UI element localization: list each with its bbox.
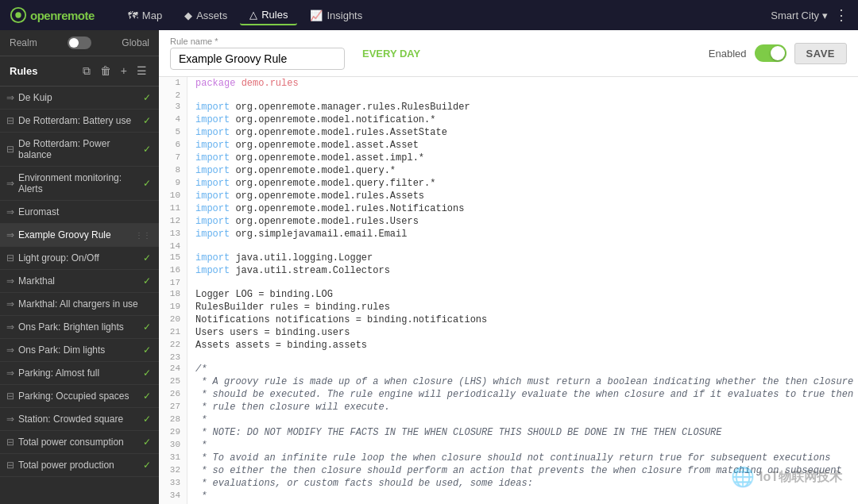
tab-map[interactable]: 🗺 Map bbox=[118, 6, 172, 25]
add-icon[interactable]: + bbox=[118, 63, 129, 79]
check-icon: ✓ bbox=[143, 92, 151, 103]
sidebar-item[interactable]: ⊟De Rotterdam: Power balance✓ bbox=[0, 133, 159, 167]
line-number: 29 bbox=[159, 426, 187, 439]
line-content[interactable]: * evaluations, or custom facts should be… bbox=[187, 477, 858, 490]
line-content[interactable]: import java.util.stream.Collectors bbox=[187, 264, 858, 277]
line-content[interactable]: Notifications notifications = binding.no… bbox=[187, 314, 858, 326]
copy-icon[interactable]: ⧉ bbox=[80, 63, 93, 79]
sidebar-item[interactable]: ⇒Environment monitoring: Alerts✓ bbox=[0, 167, 159, 201]
sidebar-item[interactable]: ⊟De Rotterdam: Battery use✓ bbox=[0, 110, 159, 133]
sidebar-item[interactable]: ⇒Ons Park: Dim lights✓ bbox=[0, 339, 159, 362]
sidebar-item-type-icon: ⇒ bbox=[6, 275, 14, 287]
nav-right: Smart City ▾ ⋮ bbox=[771, 6, 848, 24]
sidebar-item[interactable]: ⊟Total power production✓ bbox=[0, 454, 159, 477]
line-content[interactable]: Users users = binding.users bbox=[187, 326, 858, 339]
rule-name-input[interactable] bbox=[170, 48, 345, 70]
more-options-icon[interactable]: ⋮ bbox=[834, 6, 848, 24]
line-content[interactable]: import org.openremote.manager.rules.Rule… bbox=[187, 101, 858, 113]
check-icon: ✓ bbox=[143, 344, 151, 356]
realm-toggle[interactable] bbox=[68, 37, 91, 49]
code-line: 33 * evaluations, or custom facts should… bbox=[159, 477, 858, 490]
line-number: 20 bbox=[159, 314, 187, 326]
line-number: 17 bbox=[159, 277, 187, 288]
line-content[interactable]: import org.openremote.model.asset.Asset bbox=[187, 139, 858, 152]
line-content[interactable]: Logger LOG = binding.LOG bbox=[187, 288, 858, 301]
line-content[interactable] bbox=[187, 240, 858, 252]
sidebar-item[interactable]: ⇒Station: Crowded square✓ bbox=[0, 408, 159, 431]
code-line: 31 * To avoid an infinite rule loop the … bbox=[159, 452, 858, 464]
workspace-selector[interactable]: Smart City ▾ bbox=[771, 10, 828, 21]
line-number: 23 bbox=[159, 352, 187, 363]
code-line: 12import org.openremote.model.rules.User… bbox=[159, 215, 858, 228]
sidebar-item[interactable]: ⇒Example Groovy Rule⋮⋮ bbox=[0, 224, 159, 247]
line-content[interactable]: * NOTE: DO NOT MODIFY THE FACTS IN THE W… bbox=[187, 426, 858, 439]
sidebar-item[interactable]: ⊟Light group: On/Off✓ bbox=[0, 247, 159, 270]
sidebar-item-type-icon: ⇒ bbox=[6, 178, 14, 189]
svg-point-1 bbox=[15, 12, 21, 17]
tab-insights[interactable]: 📈 Insights bbox=[300, 6, 372, 25]
code-line: 28 * bbox=[159, 414, 858, 426]
code-line: 16import java.util.stream.Collectors bbox=[159, 264, 858, 277]
save-button[interactable]: SAVE bbox=[794, 43, 847, 64]
tab-assets[interactable]: ◆ Assets bbox=[175, 6, 237, 25]
rule-schedule[interactable]: EVERY DAY bbox=[362, 48, 420, 60]
code-line: 8import org.openremote.model.query.* bbox=[159, 164, 858, 177]
line-content[interactable]: package demo.rules bbox=[187, 77, 858, 90]
line-content[interactable]: import java.util.logging.Logger bbox=[187, 252, 858, 264]
line-content[interactable]: import org.openremote.model.rules.Notifi… bbox=[187, 202, 858, 215]
line-content[interactable]: * should be executed. The rule engine wi… bbox=[187, 388, 858, 401]
code-line: 1package demo.rules bbox=[159, 77, 858, 90]
line-number: 27 bbox=[159, 401, 187, 414]
check-icon: ✓ bbox=[143, 115, 151, 126]
sidebar-item[interactable]: ⇒Ons Park: Brighten lights✓ bbox=[0, 316, 159, 339]
line-number: 5 bbox=[159, 126, 187, 139]
sidebar-item[interactable]: ⇒Markthal✓ bbox=[0, 270, 159, 293]
line-content[interactable]: * A groovy rule is made up of a when clo… bbox=[187, 375, 858, 388]
tab-rules[interactable]: △ Rules bbox=[240, 6, 297, 25]
sidebar-title: Rules bbox=[10, 65, 37, 77]
line-content[interactable]: import org.openremote.model.notification… bbox=[187, 113, 858, 126]
line-number: 6 bbox=[159, 139, 187, 152]
line-content[interactable]: RulesBuilder rules = binding.rules bbox=[187, 301, 858, 314]
rule-name-label: Rule name * bbox=[170, 37, 345, 46]
line-content[interactable]: Assets assets = binding.assets bbox=[187, 339, 858, 352]
code-editor[interactable]: 1package demo.rules23import org.openremo… bbox=[159, 77, 858, 504]
sidebar-item[interactable]: ⊟Total power consumption✓ bbox=[0, 431, 159, 454]
sidebar-item-type-icon: ⇒ bbox=[6, 206, 14, 217]
line-content[interactable]: * rule then closure will execute. bbox=[187, 401, 858, 414]
line-content[interactable]: import org.simplejavamail.email.Email bbox=[187, 228, 858, 240]
line-content[interactable]: * bbox=[187, 439, 858, 452]
line-content[interactable] bbox=[187, 352, 858, 363]
menu-icon[interactable]: ☰ bbox=[134, 63, 149, 79]
line-content[interactable]: import org.openremote.model.rules.Assets bbox=[187, 190, 858, 202]
line-content[interactable]: * bbox=[187, 414, 858, 426]
delete-icon[interactable]: 🗑 bbox=[98, 63, 114, 79]
line-content[interactable]: import org.openremote.model.rules.AssetS… bbox=[187, 126, 858, 139]
line-content[interactable]: import org.openremote.model.query.filter… bbox=[187, 177, 858, 190]
sidebar-item[interactable]: ⊟Parking: Occupied spaces✓ bbox=[0, 385, 159, 408]
line-content[interactable]: import org.openremote.model.asset.impl.* bbox=[187, 152, 858, 164]
sidebar-item[interactable]: ⇒De Kuip✓ bbox=[0, 87, 159, 110]
line-content[interactable]: * bbox=[187, 490, 858, 502]
sidebar-item[interactable]: ⇒Euromast bbox=[0, 201, 159, 224]
line-number: 18 bbox=[159, 288, 187, 301]
line-number: 4 bbox=[159, 113, 187, 126]
line-number: 13 bbox=[159, 228, 187, 240]
line-number: 12 bbox=[159, 215, 187, 228]
line-content[interactable]: import org.openremote.model.rules.Users bbox=[187, 215, 858, 228]
sidebar-item-label: Markthal bbox=[18, 275, 55, 287]
line-content[interactable] bbox=[187, 277, 858, 288]
line-content[interactable]: * To avoid an infinite rule loop the whe… bbox=[187, 452, 858, 464]
sidebar-item[interactable]: ⇒Parking: Almost full✓ bbox=[0, 362, 159, 385]
drag-handle-icon: ⋮⋮ bbox=[135, 231, 151, 240]
code-line: 20Notifications notifications = binding.… bbox=[159, 314, 858, 326]
line-content[interactable]: /* bbox=[187, 363, 858, 375]
check-icon: ✓ bbox=[143, 460, 151, 471]
line-content[interactable]: import org.openremote.model.query.* bbox=[187, 164, 858, 177]
enabled-toggle[interactable] bbox=[755, 44, 786, 62]
sidebar-item[interactable]: ⇒Markthal: All chargers in use bbox=[0, 293, 159, 316]
code-line: 19RulesBuilder rules = binding.rules bbox=[159, 301, 858, 314]
line-content[interactable]: * so either the then closure should perf… bbox=[187, 464, 858, 477]
line-content[interactable] bbox=[187, 90, 858, 101]
rule-right: Enabled SAVE bbox=[709, 43, 847, 64]
